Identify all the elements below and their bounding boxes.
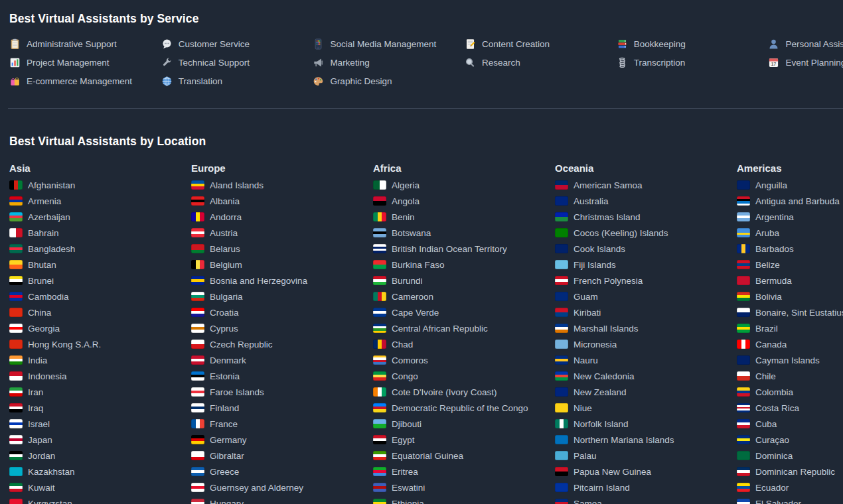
country-item-india[interactable]: India <box>9 352 191 368</box>
country-item-kazakhstan[interactable]: Kazakhstan <box>9 464 191 479</box>
country-item-botswana[interactable]: Botswana <box>373 225 555 241</box>
country-item-andorra[interactable]: Andorra <box>191 209 373 225</box>
country-item-benin[interactable]: Benin <box>373 209 555 225</box>
country-item-nauru[interactable]: Nauru <box>555 352 737 368</box>
country-item-guernsey-and-alderney[interactable]: Guernsey and Alderney <box>191 479 373 495</box>
country-item-burundi[interactable]: Burundi <box>373 273 555 288</box>
country-item-france[interactable]: France <box>191 416 373 432</box>
country-item-croatia[interactable]: Croatia <box>191 304 373 320</box>
country-item-equatorial-guinea[interactable]: Equatorial Guinea <box>373 448 555 464</box>
country-item-cyprus[interactable]: Cyprus <box>191 320 373 336</box>
country-item-pitcairn-island[interactable]: Pitcairn Island <box>555 479 737 495</box>
service-item-marketing[interactable]: Marketing <box>313 53 465 72</box>
country-item-georgia[interactable]: Georgia <box>9 320 191 336</box>
country-item-iran[interactable]: Iran <box>9 384 191 400</box>
country-item-cuba[interactable]: Cuba <box>737 416 843 432</box>
country-item-cape-verde[interactable]: Cape Verde <box>373 304 555 320</box>
country-item-chad[interactable]: Chad <box>373 336 555 352</box>
country-item-kiribati[interactable]: Kiribati <box>555 304 737 320</box>
country-item-germany[interactable]: Germany <box>191 432 373 448</box>
country-item-indonesia[interactable]: Indonesia <box>9 368 191 384</box>
country-item-hong-kong-s-a-r[interactable]: Hong Kong S.A.R. <box>9 336 191 352</box>
country-item-cocos-keeling-islands[interactable]: Cocos (Keeling) Islands <box>555 225 737 241</box>
country-item-argentina[interactable]: Argentina <box>737 209 843 225</box>
country-item-guam[interactable]: Guam <box>555 288 737 304</box>
country-item-bulgaria[interactable]: Bulgaria <box>191 288 373 304</box>
country-item-micronesia[interactable]: Micronesia <box>555 336 737 352</box>
country-item-israel[interactable]: Israel <box>9 416 191 432</box>
country-item-anguilla[interactable]: Anguilla <box>737 177 843 193</box>
country-item-ecuador[interactable]: Ecuador <box>737 479 843 495</box>
country-item-french-polynesia[interactable]: French Polynesia <box>555 273 737 288</box>
service-item-customer-service[interactable]: Customer Service <box>161 34 313 53</box>
country-item-cayman-islands[interactable]: Cayman Islands <box>737 352 843 368</box>
country-item-algeria[interactable]: Algeria <box>373 177 555 193</box>
country-item-armenia[interactable]: Armenia <box>9 193 191 209</box>
country-item-albania[interactable]: Albania <box>191 193 373 209</box>
country-item-cook-islands[interactable]: Cook Islands <box>555 241 737 257</box>
country-item-brunei[interactable]: Brunei <box>9 273 191 288</box>
country-item-papua-new-guinea[interactable]: Papua New Guinea <box>555 464 737 479</box>
country-item-estonia[interactable]: Estonia <box>191 368 373 384</box>
country-item-belize[interactable]: Belize <box>737 257 843 273</box>
country-item-palau[interactable]: Palau <box>555 448 737 464</box>
country-item-new-zealand[interactable]: New Zealand <box>555 384 737 400</box>
country-item-gibraltar[interactable]: Gibraltar <box>191 448 373 464</box>
country-item-bangladesh[interactable]: Bangladesh <box>9 241 191 257</box>
country-item-chile[interactable]: Chile <box>737 368 843 384</box>
country-item-angola[interactable]: Angola <box>373 193 555 209</box>
service-item-bookkeeping[interactable]: Bookkeeping <box>617 34 769 53</box>
country-item-bosnia-and-herzegovina[interactable]: Bosnia and Herzegovina <box>191 273 373 288</box>
country-item-egypt[interactable]: Egypt <box>373 432 555 448</box>
country-item-iraq[interactable]: Iraq <box>9 400 191 416</box>
country-item-samoa[interactable]: Samoa <box>555 495 737 504</box>
country-item-american-samoa[interactable]: American Samoa <box>555 177 737 193</box>
country-item-austria[interactable]: Austria <box>191 225 373 241</box>
country-item-hungary[interactable]: Hungary <box>191 495 373 504</box>
country-item-jordan[interactable]: Jordan <box>9 448 191 464</box>
country-item-costa-rica[interactable]: Costa Rica <box>737 400 843 416</box>
country-item-barbados[interactable]: Barbados <box>737 241 843 257</box>
service-item-content-creation[interactable]: Content Creation <box>465 34 617 53</box>
country-item-fiji-islands[interactable]: Fiji Islands <box>555 257 737 273</box>
country-item-northern-mariana-islands[interactable]: Northern Mariana Islands <box>555 432 737 448</box>
country-item-christmas-island[interactable]: Christmas Island <box>555 209 737 225</box>
country-item-kuwait[interactable]: Kuwait <box>9 479 191 495</box>
country-item-czech-republic[interactable]: Czech Republic <box>191 336 373 352</box>
country-item-democratic-republic-of-the-congo[interactable]: Democratic Republic of the Congo <box>373 400 555 416</box>
country-item-ethiopia[interactable]: Ethiopia <box>373 495 555 504</box>
country-item-china[interactable]: China <box>9 304 191 320</box>
country-item-british-indian-ocean-territory[interactable]: British Indian Ocean Territory <box>373 241 555 257</box>
country-item-bonaire-sint-eustatius-and-saba[interactable]: Bonaire, Sint Eustatius and Saba <box>737 304 843 320</box>
country-item-australia[interactable]: Australia <box>555 193 737 209</box>
country-item-new-caledonia[interactable]: New Caledonia <box>555 368 737 384</box>
service-item-project-management[interactable]: Project Management <box>9 53 161 72</box>
country-item-el-salvador[interactable]: El Salvador <box>737 495 843 504</box>
country-item-belgium[interactable]: Belgium <box>191 257 373 273</box>
service-item-graphic-design[interactable]: Graphic Design <box>313 72 465 90</box>
country-item-bahrain[interactable]: Bahrain <box>9 225 191 241</box>
country-item-congo[interactable]: Congo <box>373 368 555 384</box>
country-item-azerbaijan[interactable]: Azerbaijan <box>9 209 191 225</box>
country-item-dominica[interactable]: Dominica <box>737 448 843 464</box>
service-item-translation[interactable]: Translation <box>161 72 313 90</box>
country-item-cambodia[interactable]: Cambodia <box>9 288 191 304</box>
country-item-belarus[interactable]: Belarus <box>191 241 373 257</box>
country-item-bhutan[interactable]: Bhutan <box>9 257 191 273</box>
country-item-kyrgyzstan[interactable]: Kyrgyzstan <box>9 495 191 504</box>
country-item-eswatini[interactable]: Eswatini <box>373 479 555 495</box>
country-item-faroe-islands[interactable]: Faroe Islands <box>191 384 373 400</box>
country-item-greece[interactable]: Greece <box>191 464 373 479</box>
country-item-dominican-republic[interactable]: Dominican Republic <box>737 464 843 479</box>
country-item-comoros[interactable]: Comoros <box>373 352 555 368</box>
service-item-transcription[interactable]: Transcription <box>617 53 769 72</box>
country-item-canada[interactable]: Canada <box>737 336 843 352</box>
country-item-cote-d-ivoire-ivory-coast[interactable]: Cote D'Ivoire (Ivory Coast) <box>373 384 555 400</box>
service-item-e-commerce-management[interactable]: E-commerce Management <box>9 72 161 90</box>
service-item-event-planning[interactable]: 17Event Planning <box>768 53 843 72</box>
country-item-bolivia[interactable]: Bolivia <box>737 288 843 304</box>
service-item-social-media-management[interactable]: Social Media Management <box>313 34 465 53</box>
country-item-cameroon[interactable]: Cameroon <box>373 288 555 304</box>
service-item-administrative-support[interactable]: Administrative Support <box>9 34 161 53</box>
country-item-marshall-islands[interactable]: Marshall Islands <box>555 320 737 336</box>
